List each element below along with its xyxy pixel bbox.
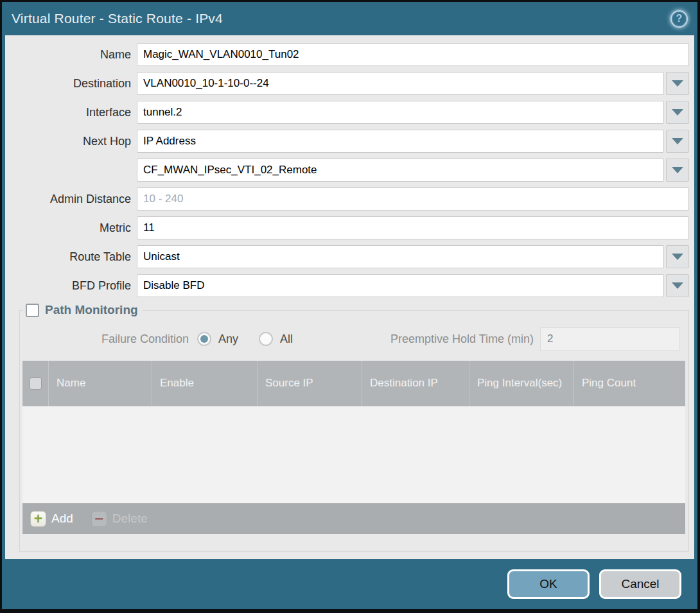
radio-any-label: Any	[218, 332, 238, 346]
plus-icon: +	[30, 511, 46, 527]
bfd-profile-input[interactable]	[137, 274, 664, 297]
metric-label: Metric	[10, 221, 131, 235]
destination-label: Destination	[10, 77, 131, 91]
route-table-dropdown-button[interactable]	[666, 245, 689, 268]
interface-label: Interface	[10, 106, 131, 119]
dialog-title: Virtual Router - Static Route - IPv4	[12, 11, 223, 26]
chevron-down-icon	[672, 167, 683, 173]
add-button[interactable]: + Add	[30, 511, 73, 527]
bottom-button-bar: OK Cancel	[5, 559, 694, 609]
path-monitor-table: Name Enable Source IP Destination IP Pin…	[22, 361, 685, 534]
destination-input[interactable]	[137, 72, 664, 95]
path-monitor-table-body	[22, 406, 685, 503]
add-button-label: Add	[51, 512, 73, 526]
next-hop-address-dropdown-button[interactable]	[666, 159, 689, 182]
form-row-metric: Metric	[10, 216, 689, 239]
chevron-down-icon	[672, 80, 683, 87]
radio-all-icon	[259, 332, 273, 346]
column-header-ping-interval[interactable]: Ping Interval(sec)	[469, 361, 573, 406]
chevron-down-icon	[672, 138, 683, 144]
title-bar: Virtual Router - Static Route - IPv4 ?	[5, 2, 694, 35]
preemptive-hold-time-label: Preemptive Hold Time (min)	[390, 332, 534, 346]
chevron-down-icon	[672, 282, 683, 289]
select-all-checkbox[interactable]	[30, 377, 42, 390]
next-hop-type-dropdown-button[interactable]	[666, 130, 689, 153]
path-monitoring-section: Path Monitoring Failure Condition Any Al…	[19, 303, 689, 552]
next-hop-type-input[interactable]	[137, 130, 664, 153]
interface-input[interactable]	[137, 101, 664, 124]
next-hop-label: Next Hop	[10, 135, 131, 148]
interface-dropdown-button[interactable]	[666, 101, 689, 124]
preemptive-hold-time-group: Preemptive Hold Time (min)	[390, 327, 680, 350]
chevron-down-icon	[672, 109, 683, 116]
help-icon[interactable]: ?	[670, 10, 688, 28]
form-row-interface: Interface	[10, 101, 689, 124]
form-row-route-table: Route Table	[10, 245, 689, 268]
column-header-source-ip[interactable]: Source IP	[257, 361, 362, 406]
table-toolbar: + Add − Delete	[22, 503, 685, 534]
route-table-input[interactable]	[137, 245, 664, 268]
admin-distance-label: Admin Distance	[10, 193, 131, 206]
column-header-destination-ip[interactable]: Destination IP	[362, 361, 469, 406]
failure-condition-all-option[interactable]: All	[259, 332, 293, 346]
destination-dropdown-button[interactable]	[666, 72, 689, 95]
form-row-next-hop-address	[10, 159, 689, 182]
route-table-label: Route Table	[10, 250, 131, 264]
column-header-ping-count[interactable]: Ping Count	[573, 361, 685, 406]
name-input[interactable]	[137, 43, 689, 66]
bfd-profile-dropdown-button[interactable]	[666, 274, 689, 297]
column-header-name[interactable]: Name	[48, 361, 152, 406]
path-monitoring-checkbox[interactable]	[26, 304, 39, 317]
form-row-admin-distance: Admin Distance	[10, 187, 689, 211]
minus-icon: −	[91, 511, 107, 527]
metric-input[interactable]	[137, 216, 689, 239]
dialog-body: Name Destination Interface	[5, 35, 694, 559]
radio-all-label: All	[280, 332, 293, 346]
name-label: Name	[10, 48, 131, 62]
delete-button[interactable]: − Delete	[91, 511, 148, 527]
failure-condition-label: Failure Condition	[27, 332, 189, 346]
path-monitoring-title: Path Monitoring	[45, 303, 138, 317]
failure-condition-any-option[interactable]: Any	[197, 332, 238, 346]
path-monitoring-legend: Path Monitoring	[23, 303, 143, 317]
path-monitor-table-header: Name Enable Source IP Destination IP Pin…	[22, 361, 685, 406]
dialog-window: Virtual Router - Static Route - IPv4 ? N…	[0, 0, 700, 613]
form-row-bfd-profile: BFD Profile	[10, 274, 689, 297]
cancel-button[interactable]: Cancel	[599, 569, 681, 599]
preemptive-hold-time-input[interactable]	[540, 327, 680, 350]
radio-any-icon	[197, 332, 211, 346]
admin-distance-input[interactable]	[137, 187, 689, 211]
form-row-name: Name	[10, 43, 689, 66]
column-header-enable[interactable]: Enable	[152, 361, 257, 406]
form-row-next-hop: Next Hop	[10, 130, 689, 153]
dialog-frame: Virtual Router - Static Route - IPv4 ? N…	[2, 2, 697, 609]
chevron-down-icon	[672, 254, 683, 260]
failure-condition-row: Failure Condition Any All Preemptive Hol…	[27, 327, 680, 350]
delete-button-label: Delete	[112, 512, 148, 526]
next-hop-address-input[interactable]	[137, 159, 664, 182]
bfd-profile-label: BFD Profile	[10, 279, 131, 293]
form-row-destination: Destination	[10, 72, 689, 95]
ok-button[interactable]: OK	[507, 569, 590, 599]
